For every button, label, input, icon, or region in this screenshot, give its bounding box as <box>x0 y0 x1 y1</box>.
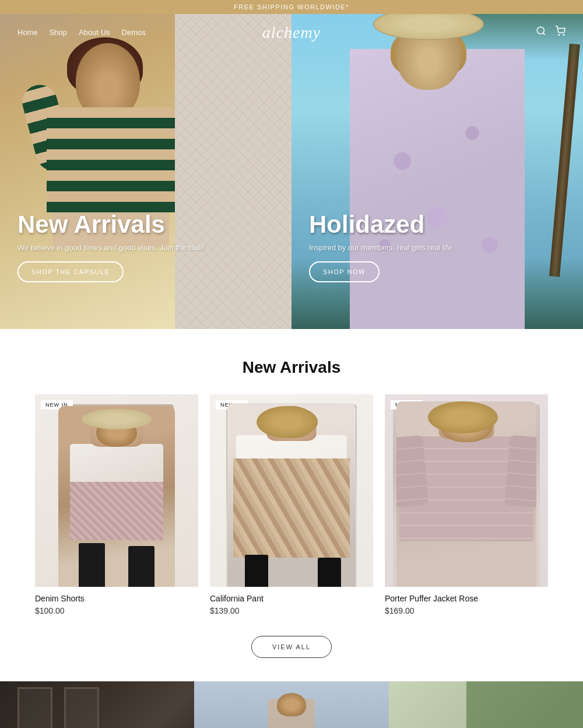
figure-shorts <box>70 482 163 540</box>
product-figure-2 <box>227 403 356 587</box>
figure3-arm-r <box>504 435 536 508</box>
new-arrivals-section: New Arrivals NEW IN D <box>0 329 583 681</box>
main-nav: Home Shop About Us Demos alchemy <box>0 14 583 51</box>
hero-right-subtitle: Inspired by our members, real girls real… <box>309 243 454 252</box>
view-all-button[interactable]: VIEW ALL <box>251 636 332 658</box>
preview-door-2 <box>64 687 99 728</box>
preview-block-3[interactable] <box>389 681 583 728</box>
shop-now-button[interactable]: SHOP NOW <box>309 261 380 282</box>
hero-content-right: Holidazed Inspired by our members, real … <box>309 211 454 282</box>
hero-images: New Arrivals We believe in good times an… <box>0 14 583 329</box>
preview-head <box>277 693 306 716</box>
nav-actions <box>536 26 566 39</box>
figure2-boot-l <box>245 555 268 587</box>
product-name-3: Porter Puffer Jacket Rose <box>385 594 548 603</box>
product-price-1: $100.00 <box>35 606 198 615</box>
products-grid: NEW IN Denim Shorts $100.00 <box>35 394 548 615</box>
search-icon[interactable] <box>536 26 546 39</box>
shop-capsule-button[interactable]: SHOP THE CAPSULE <box>17 261 124 282</box>
new-arrivals-heading: New Arrivals <box>35 358 548 377</box>
product-card-porter-jacket[interactable]: NEW IN Porter Puffer Jacket Rose $169.00 <box>385 394 548 615</box>
nav-about-link[interactable]: About Us <box>79 28 110 37</box>
person-sweater <box>47 107 175 212</box>
bottom-preview-section <box>0 681 583 728</box>
product-figure-1 <box>58 406 175 587</box>
preview-door <box>17 687 52 728</box>
hero-section: Home Shop About Us Demos alchemy <box>0 14 583 329</box>
hero-content-left: New Arrivals We believe in good times an… <box>17 211 205 282</box>
figure-boot-right <box>128 546 154 587</box>
product-name-2: California Pant <box>210 594 373 603</box>
product-card-denim-shorts[interactable]: NEW IN Denim Shorts $100.00 <box>35 394 198 615</box>
product-figure-3 <box>396 401 536 587</box>
main-content: New Arrivals NEW IN D <box>0 329 583 728</box>
announcement-text: FREE SHIPPING WORLDWIDE* <box>234 4 349 10</box>
product-card-california-pant[interactable]: NEW IN California Pant $139.00 <box>210 394 373 615</box>
hero-panel-left: New Arrivals We believe in good times an… <box>0 14 292 329</box>
nav-links: Home Shop About Us Demos <box>17 28 146 37</box>
nav-shop-link[interactable]: Shop <box>50 28 67 37</box>
hero-left-title: New Arrivals <box>17 211 205 239</box>
product-image-3: NEW IN <box>385 394 548 587</box>
hero-panel-right: Holidazed Inspired by our members, real … <box>292 14 583 329</box>
nav-home-link[interactable]: Home <box>17 28 38 37</box>
hero-right-title: Holidazed <box>309 211 454 239</box>
product-image-2: NEW IN <box>210 394 373 587</box>
brand-logo[interactable]: alchemy <box>262 23 321 42</box>
svg-point-0 <box>537 27 544 34</box>
figure-boot-left <box>79 543 105 587</box>
svg-point-1 <box>559 34 560 36</box>
figure2-pants <box>233 459 350 558</box>
hero-left-subtitle: We believe in good times and good vibes.… <box>17 243 205 252</box>
product-price-2: $139.00 <box>210 606 373 615</box>
figure-hat <box>82 409 152 429</box>
preview-block-2[interactable] <box>194 681 388 728</box>
preview-block-1[interactable] <box>0 681 194 728</box>
figure2-boot-r <box>318 558 341 587</box>
nav-demos-link[interactable]: Demos <box>122 28 146 37</box>
product-name-1: Denim Shorts <box>35 594 198 603</box>
preview-foliage <box>466 681 583 728</box>
product-price-3: $169.00 <box>385 606 548 615</box>
announcement-bar: FREE SHIPPING WORLDWIDE* <box>0 0 583 14</box>
figure3-hair <box>428 401 498 433</box>
person-dress <box>350 49 525 329</box>
product-image-1: NEW IN <box>35 394 198 587</box>
hero-person-left <box>17 26 222 329</box>
figure2-hair <box>257 406 318 438</box>
cart-icon[interactable] <box>555 26 566 39</box>
svg-point-2 <box>563 34 564 36</box>
